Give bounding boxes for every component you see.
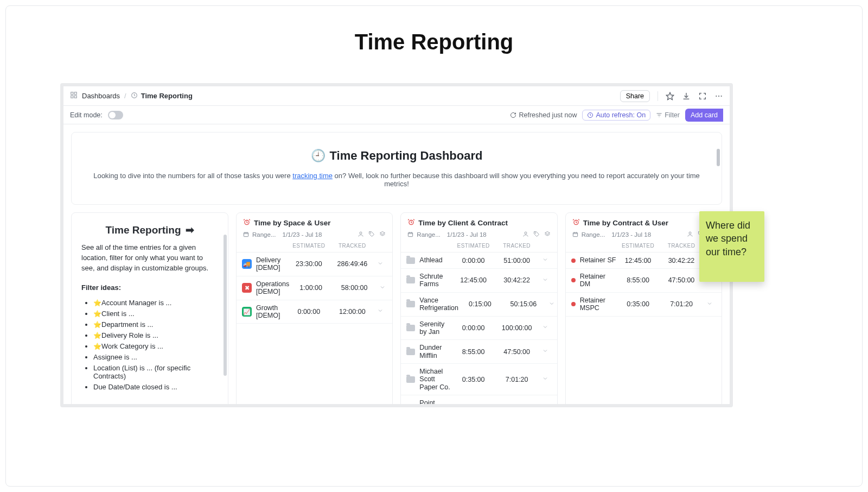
auto-refresh-button[interactable]: Auto refresh: On (582, 110, 650, 121)
svg-rect-3 (74, 96, 76, 98)
expand-row-chevron[interactable] (539, 324, 552, 332)
text-card-body: See all of the time entries for a given … (81, 243, 218, 274)
filter-idea-item: ⭐Client is ... (93, 310, 218, 318)
layers-icon[interactable] (379, 231, 386, 238)
expand-icon[interactable] (698, 92, 707, 100)
star-icon: ⭐ (93, 321, 101, 329)
tracked-time: 7:01:20 (495, 376, 539, 383)
time-by-contract-user-card: Time by Contract & UserRange...1/1/23 - … (565, 212, 722, 404)
tracked-time: 30:42:22 (660, 257, 703, 264)
estimated-time: 0:15:00 (458, 300, 502, 308)
add-card-button[interactable]: Add card (685, 109, 723, 122)
estimated-time: 1:00:00 (289, 284, 333, 292)
folder-icon (406, 349, 415, 355)
star-icon: ⭐ (93, 343, 101, 350)
table-row[interactable]: Serenity by Jan0:00:00100:00:00 (401, 317, 557, 340)
expand-row-chevron[interactable] (539, 256, 552, 264)
range-label[interactable]: Range... (252, 231, 276, 238)
svg-rect-15 (409, 232, 413, 236)
svg-point-20 (689, 232, 691, 234)
more-icon[interactable] (714, 92, 723, 100)
expand-row-chevron[interactable] (376, 284, 389, 292)
estimated-time: 12:45:00 (452, 276, 495, 284)
folder-icon (406, 277, 415, 283)
svg-rect-19 (573, 232, 577, 236)
tracked-time: 51:00:00 (495, 257, 539, 264)
table-row[interactable]: 🚚Delivery [DEMO]23:30:00286:49:46 (237, 253, 392, 276)
svg-point-13 (371, 232, 372, 234)
svg-point-7 (718, 95, 719, 96)
row-name: Growth [DEMO] (256, 304, 287, 320)
card-scrollbar[interactable] (224, 235, 227, 376)
clock-icon (131, 92, 138, 100)
alarm-clock-icon (572, 218, 580, 228)
sticky-note[interactable]: Where did we spend our time? (699, 211, 764, 282)
table-row[interactable]: Michael Scott Paper Co.0:35:007:01:20 (401, 364, 557, 395)
star-icon: ⭐ (93, 310, 101, 318)
table-row[interactable]: Point Based Client Demo1:00:000:00:57 (401, 395, 557, 404)
estimated-time: 8:55:00 (616, 276, 660, 284)
tag-icon[interactable] (533, 231, 540, 238)
table-row[interactable]: Athlead0:00:0051:00:00 (401, 253, 557, 269)
hero-description: Looking to dive into the numbers for all… (93, 172, 700, 188)
star-icon: ⭐ (93, 299, 101, 307)
svg-rect-0 (71, 92, 73, 94)
svg-point-16 (525, 232, 527, 234)
dashboard-scroll: 🕘 Time Reporting Dashboard Looking to di… (63, 124, 730, 404)
space-icon: 📈 (242, 307, 252, 317)
filter-idea-item: Due Date/Date closed is ... (93, 383, 218, 391)
person-icon[interactable] (687, 231, 693, 238)
row-name: Operations [DEMO] (256, 280, 289, 296)
row-name: Schrute Farms (419, 273, 451, 288)
expand-row-chevron[interactable] (539, 276, 552, 285)
estimated-time: 8:55:00 (452, 348, 495, 356)
table-row[interactable]: ✖Operations [DEMO]1:00:0058:00:00 (237, 276, 392, 300)
share-button[interactable]: Share (620, 90, 650, 102)
expand-row-chevron[interactable] (374, 260, 387, 268)
tracked-time: 30:42:22 (495, 276, 539, 284)
range-label[interactable]: Range... (582, 231, 605, 238)
table-row[interactable]: Dunder Mifflin8:55:0047:50:00 (401, 340, 557, 364)
estimated-time: 0:00:00 (287, 308, 330, 316)
table-row[interactable]: 📈Growth [DEMO]0:00:0012:00:00 (237, 300, 392, 324)
expand-row-chevron[interactable] (545, 300, 558, 308)
text-card-heading: Time Reporting ➡ (81, 224, 218, 236)
calendar-icon (572, 231, 578, 238)
svg-point-12 (360, 232, 362, 234)
expand-row-chevron[interactable] (374, 307, 387, 316)
download-icon[interactable] (682, 92, 691, 100)
folder-icon (406, 376, 415, 383)
row-name: Delivery [DEMO] (256, 256, 287, 272)
svg-marker-5 (666, 92, 673, 99)
card-range-row: Range...1/1/23 - Jul 18 (566, 231, 722, 241)
refresh-status[interactable]: Refreshed just now (510, 111, 577, 119)
column-header: ESTIMATEDTRACKED (237, 241, 392, 253)
star-icon[interactable] (666, 92, 674, 100)
table-row[interactable]: Retainer MSPC0:35:007:01:20 (566, 293, 722, 317)
column-header: ESTIMATEDTRACKED (401, 241, 557, 253)
range-label[interactable]: Range... (417, 231, 440, 238)
space-icon: ✖ (242, 283, 252, 293)
layers-icon[interactable] (544, 231, 551, 238)
expand-row-chevron[interactable] (703, 300, 716, 308)
hero-scrollbar[interactable] (717, 149, 720, 166)
breadcrumb-root[interactable]: Dashboards (82, 92, 120, 100)
table-row[interactable]: Schrute Farms12:45:0030:42:22 (401, 269, 557, 293)
svg-rect-2 (71, 96, 73, 98)
tag-icon[interactable] (368, 231, 375, 238)
svg-point-6 (716, 95, 717, 96)
hero-card: 🕘 Time Reporting Dashboard Looking to di… (71, 132, 722, 205)
edit-mode-toggle[interactable] (108, 111, 123, 119)
expand-row-chevron[interactable] (539, 375, 552, 383)
folder-icon (406, 301, 415, 307)
breadcrumb: Dashboards / Time Reporting (70, 91, 193, 100)
person-icon[interactable] (358, 231, 364, 238)
tracking-time-link[interactable]: tracking time (292, 172, 333, 180)
table-row[interactable]: Retainer DM8:55:0047:50:00 (566, 269, 722, 293)
row-name: Vance Refrigeration (419, 297, 458, 312)
expand-row-chevron[interactable] (539, 348, 552, 356)
table-row[interactable]: Retainer SF12:45:0030:42:22 (566, 253, 722, 269)
table-row[interactable]: Vance Refrigeration0:15:0050:15:06 (401, 293, 557, 317)
person-icon[interactable] (522, 231, 529, 238)
filter-button[interactable]: Filter (656, 111, 680, 119)
